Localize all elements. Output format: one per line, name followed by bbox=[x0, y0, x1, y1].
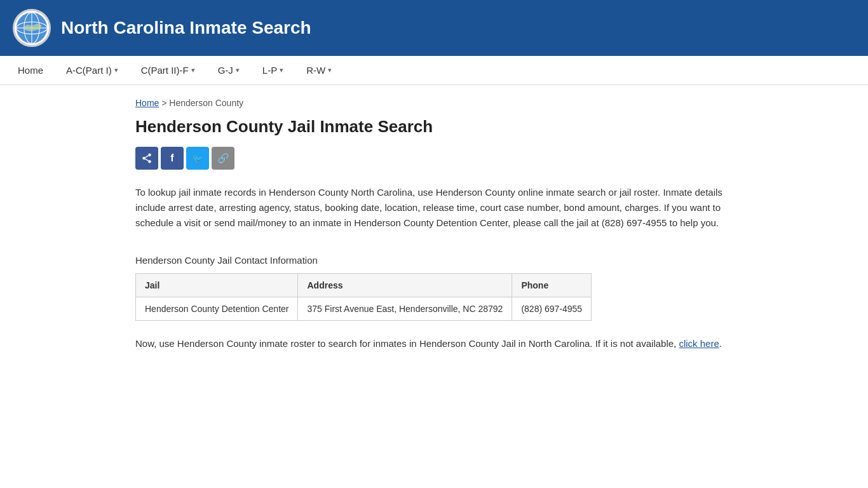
table-row: Henderson County Detention Center 375 Fi… bbox=[136, 297, 592, 321]
social-share-bar: f 🐦 🔗 bbox=[135, 147, 733, 170]
main-content: Home > Henderson County Henderson County… bbox=[116, 85, 752, 377]
svg-point-6 bbox=[142, 157, 146, 160]
breadcrumb-home-link[interactable]: Home bbox=[135, 98, 159, 108]
nav-l-p[interactable]: L-P ▾ bbox=[251, 56, 295, 85]
nav-r-w-label: R-W bbox=[306, 65, 325, 76]
contact-info-heading: Henderson County Jail Contact Informatio… bbox=[135, 255, 733, 266]
col-jail: Jail bbox=[136, 274, 298, 297]
nav-c-f-label: C(Part II)-F bbox=[141, 65, 189, 76]
share-button[interactable] bbox=[135, 147, 158, 170]
nav-g-j-label: G-J bbox=[218, 65, 233, 76]
jail-address-cell: 375 First Avenue East, Hendersonville, N… bbox=[298, 297, 512, 321]
facebook-button[interactable]: f bbox=[161, 147, 184, 170]
footer-text-before-link: Now, use Henderson County inmate roster … bbox=[135, 338, 679, 349]
description-text: To lookup jail inmate records in Henders… bbox=[135, 185, 733, 231]
footer-text-after-link: . bbox=[719, 338, 722, 349]
facebook-icon: f bbox=[170, 152, 173, 164]
nav-l-p-label: L-P bbox=[262, 65, 277, 76]
twitter-icon: 🐦 bbox=[193, 154, 203, 163]
col-phone: Phone bbox=[512, 274, 592, 297]
twitter-button[interactable]: 🐦 bbox=[186, 147, 209, 170]
chevron-down-icon: ▾ bbox=[280, 66, 283, 74]
nav-g-j[interactable]: G-J ▾ bbox=[207, 56, 251, 85]
link-icon: 🔗 bbox=[217, 152, 229, 164]
nav-home-label: Home bbox=[18, 65, 43, 76]
breadcrumb-current: Henderson County bbox=[169, 98, 243, 108]
jail-contact-table: Jail Address Phone Henderson County Dete… bbox=[135, 273, 592, 321]
chevron-down-icon: ▾ bbox=[236, 66, 240, 74]
col-address: Address bbox=[298, 274, 512, 297]
svg-point-7 bbox=[148, 160, 151, 163]
jail-phone-cell: (828) 697-4955 bbox=[512, 297, 592, 321]
site-title: North Carolina Inmate Search bbox=[61, 18, 311, 38]
page-title: Henderson County Jail Inmate Search bbox=[135, 117, 733, 137]
click-here-link[interactable]: click here bbox=[679, 338, 719, 349]
breadcrumb: Home > Henderson County bbox=[135, 98, 733, 108]
nav-a-c-label: A-C(Part I) bbox=[66, 65, 112, 76]
navbar: Home A-C(Part I) ▾ C(Part II)-F ▾ G-J ▾ … bbox=[0, 56, 868, 85]
nav-r-w[interactable]: R-W ▾ bbox=[295, 56, 343, 85]
jail-name-cell: Henderson County Detention Center bbox=[136, 297, 298, 321]
svg-line-9 bbox=[145, 156, 148, 158]
chevron-down-icon: ▾ bbox=[114, 66, 118, 74]
chevron-down-icon: ▾ bbox=[328, 66, 332, 74]
svg-point-5 bbox=[148, 154, 151, 157]
nav-home[interactable]: Home bbox=[6, 56, 55, 85]
chevron-down-icon: ▾ bbox=[191, 66, 195, 74]
header: North Carolina Inmate Search bbox=[0, 0, 868, 56]
copy-link-button[interactable]: 🔗 bbox=[212, 147, 234, 170]
nav-a-c[interactable]: A-C(Part I) ▾ bbox=[55, 56, 130, 85]
nav-c-f[interactable]: C(Part II)-F ▾ bbox=[130, 56, 207, 85]
logo[interactable] bbox=[13, 9, 51, 47]
breadcrumb-separator: > bbox=[161, 98, 169, 108]
table-header-row: Jail Address Phone bbox=[136, 274, 592, 297]
svg-line-8 bbox=[145, 159, 148, 161]
footer-paragraph: Now, use Henderson County inmate roster … bbox=[135, 336, 733, 351]
